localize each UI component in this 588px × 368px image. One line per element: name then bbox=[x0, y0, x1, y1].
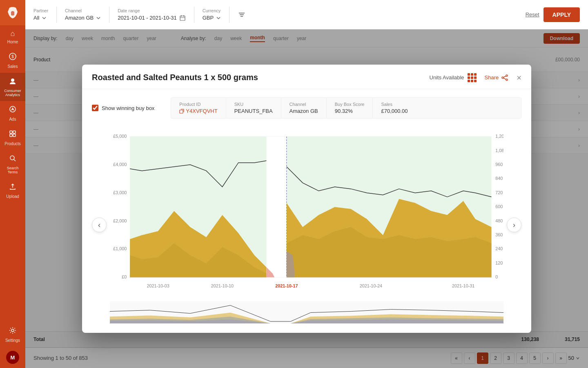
channel-select[interactable]: Amazon GB bbox=[65, 15, 101, 21]
header-bar: Partner All Channel Amazon GB Date range… bbox=[25, 0, 588, 29]
svg-text:£0: £0 bbox=[122, 274, 127, 279]
svg-text:480: 480 bbox=[495, 218, 503, 223]
sales-icon: $ bbox=[9, 52, 17, 63]
svg-rect-11 bbox=[180, 16, 185, 20]
products-icon bbox=[9, 130, 17, 140]
currency-label: Currency bbox=[203, 8, 221, 13]
share-button[interactable]: Share bbox=[485, 74, 509, 81]
partner-label: Partner bbox=[33, 8, 48, 13]
modal-header: Roasted and Salted Peanuts 1 x 500 grams… bbox=[82, 65, 531, 89]
modal-header-actions: Units Available Share bbox=[430, 73, 521, 82]
sidebar-label-products: Products bbox=[4, 141, 20, 146]
svg-text:600: 600 bbox=[495, 204, 503, 209]
upload-icon bbox=[9, 182, 17, 193]
sidebar-label-sales: Sales bbox=[7, 64, 18, 69]
svg-rect-48 bbox=[267, 137, 287, 277]
svg-point-8 bbox=[10, 156, 14, 160]
chart-prev-button[interactable]: ‹ bbox=[92, 218, 107, 232]
modal-close-button[interactable]: × bbox=[517, 74, 521, 82]
channel-label: Channel bbox=[65, 8, 101, 13]
main-chart: £5,000 £4,000 £3,000 £2,000 £1,000 £0 1,… bbox=[110, 125, 503, 297]
sidebar-logo[interactable] bbox=[0, 0, 25, 25]
sidebar-item-upload[interactable]: Upload bbox=[0, 178, 25, 203]
partner-select[interactable]: All bbox=[33, 15, 48, 21]
reset-button[interactable]: Reset bbox=[526, 11, 539, 18]
apply-button[interactable]: APPLY bbox=[543, 7, 580, 22]
date-range-group: Date range 2021-10-01 - 2021-10-31 bbox=[118, 8, 186, 21]
sidebar-item-consumer-analytics[interactable]: ConsumerAnalytics bbox=[0, 73, 25, 101]
svg-point-17 bbox=[506, 79, 508, 81]
svg-point-2 bbox=[11, 79, 14, 82]
search-icon bbox=[9, 154, 17, 164]
svg-rect-6 bbox=[10, 134, 12, 137]
svg-line-18 bbox=[503, 76, 506, 77]
sidebar-label-home: Home bbox=[7, 40, 18, 44]
svg-point-15 bbox=[506, 75, 508, 76]
user-avatar[interactable]: M bbox=[6, 351, 19, 364]
date-range-select[interactable]: 2021-10-01 - 2021-10-31 bbox=[118, 15, 186, 21]
svg-text:1,200: 1,200 bbox=[495, 134, 503, 139]
filter-icon[interactable] bbox=[238, 11, 246, 19]
svg-rect-20 bbox=[180, 110, 183, 113]
modal-title: Roasted and Salted Peanuts 1 x 500 grams bbox=[92, 73, 258, 82]
svg-text:960: 960 bbox=[495, 162, 503, 167]
partner-group: Partner All bbox=[33, 8, 48, 21]
svg-rect-4 bbox=[10, 131, 12, 133]
svg-text:720: 720 bbox=[495, 190, 503, 195]
sidebar-item-products[interactable]: Products bbox=[0, 126, 25, 150]
sidebar-label-upload: Upload bbox=[6, 194, 19, 199]
settings-icon bbox=[9, 326, 17, 337]
svg-text:2021-10-24: 2021-10-24 bbox=[360, 283, 382, 288]
svg-line-19 bbox=[503, 78, 506, 79]
sidebar-label-ads: Ads bbox=[9, 117, 16, 121]
sidebar: ⌂ Home $ Sales ConsumerAnalytics bbox=[0, 0, 25, 368]
modal-body: Show winning buy box Product ID bbox=[82, 89, 531, 333]
currency-select[interactable]: GBP bbox=[203, 15, 221, 21]
sidebar-item-ads[interactable]: Ads bbox=[0, 101, 25, 126]
units-available-label: Units Available bbox=[430, 74, 464, 81]
sidebar-item-search-terms[interactable]: SearchTerms bbox=[0, 150, 25, 178]
sales-item: Sales £70,000.00 bbox=[373, 98, 416, 118]
svg-text:0: 0 bbox=[495, 274, 498, 279]
controls-row: Show winning buy box Product ID bbox=[92, 97, 521, 119]
show-winning-buy-box-checkbox[interactable] bbox=[92, 105, 98, 111]
product-id-link[interactable]: Y4XVFQVHT bbox=[179, 108, 217, 114]
show-winning-buy-box-label[interactable]: Show winning buy box bbox=[92, 105, 154, 111]
svg-text:240: 240 bbox=[495, 246, 503, 251]
sidebar-label-search: SearchTerms bbox=[7, 166, 19, 174]
date-range-label: Date range bbox=[118, 8, 186, 13]
sidebar-label-analytics: ConsumerAnalytics bbox=[4, 89, 21, 97]
buy-box-score-item: Buy Box Score 90.32% bbox=[327, 98, 373, 118]
svg-text:£3,000: £3,000 bbox=[113, 190, 127, 195]
svg-text:£4,000: £4,000 bbox=[113, 162, 127, 167]
svg-rect-7 bbox=[13, 134, 16, 137]
svg-text:£1,000: £1,000 bbox=[113, 246, 127, 251]
svg-text:2021-10-31: 2021-10-31 bbox=[452, 283, 474, 288]
header-actions: Reset APPLY bbox=[526, 7, 580, 22]
sidebar-item-settings[interactable]: Settings bbox=[0, 322, 25, 347]
svg-point-10 bbox=[11, 329, 14, 332]
svg-line-9 bbox=[14, 159, 16, 161]
svg-text:1,080: 1,080 bbox=[495, 148, 503, 153]
svg-text:£5,000: £5,000 bbox=[113, 134, 127, 139]
svg-text:840: 840 bbox=[495, 176, 503, 181]
sidebar-item-sales[interactable]: $ Sales bbox=[0, 48, 25, 73]
chart-next-button[interactable]: › bbox=[507, 218, 521, 232]
content-area: Display by: day week month quarter year … bbox=[25, 29, 588, 368]
svg-text:360: 360 bbox=[495, 232, 503, 237]
modal-overlay[interactable]: Roasted and Salted Peanuts 1 x 500 grams… bbox=[25, 29, 588, 368]
analytics-icon bbox=[9, 77, 17, 87]
units-available: Units Available bbox=[430, 73, 477, 82]
channel-item: Channel Amazon GB bbox=[281, 98, 327, 118]
svg-text:£2,000: £2,000 bbox=[113, 218, 127, 223]
grid-view-icon[interactable] bbox=[468, 73, 477, 82]
currency-group: Currency GBP bbox=[203, 8, 221, 21]
svg-text:2021-10-10: 2021-10-10 bbox=[211, 283, 234, 288]
ads-icon bbox=[9, 105, 17, 115]
svg-text:$: $ bbox=[11, 54, 14, 59]
svg-point-16 bbox=[502, 77, 503, 79]
mini-chart bbox=[110, 300, 503, 325]
modal: Roasted and Salted Peanuts 1 x 500 grams… bbox=[82, 65, 531, 333]
svg-text:120: 120 bbox=[495, 260, 503, 265]
sidebar-item-home[interactable]: ⌂ Home bbox=[0, 25, 25, 48]
